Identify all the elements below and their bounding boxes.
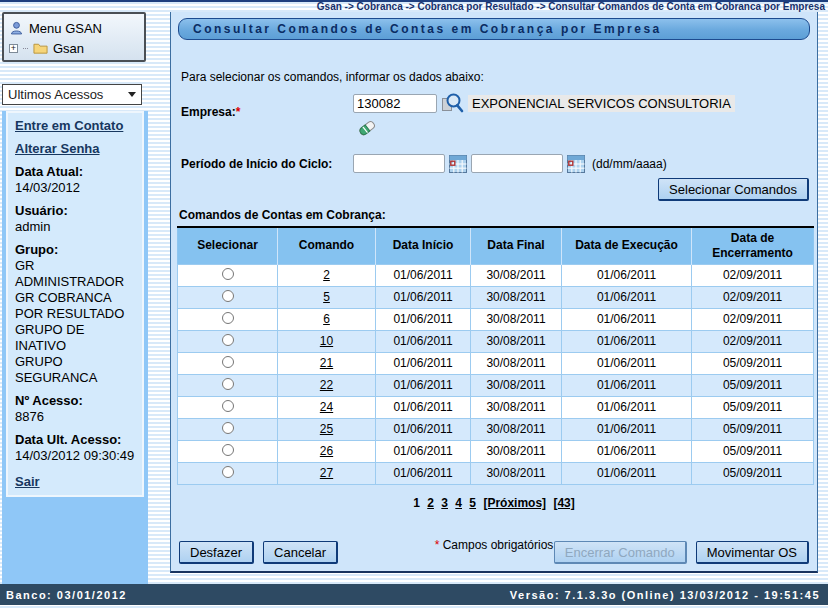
user-icon [9, 21, 24, 36]
search-icon[interactable] [441, 92, 464, 115]
cell-data-final: 30/08/2011 [471, 352, 562, 374]
folder-icon [33, 42, 48, 54]
comando-link[interactable]: 21 [320, 356, 333, 370]
cell-data-encerramento: 05/09/2011 [692, 352, 814, 374]
form-instructions: Para selecionar os comandos, informar os… [181, 70, 484, 84]
periodo-label: Período de Início do Ciclo: [181, 157, 353, 171]
data-ult-acesso-label: Data Ult. Acesso: [15, 432, 135, 448]
menu-gsan-label: Menu GSAN [29, 21, 102, 36]
ultimos-acessos-dropdown[interactable]: Ultimos Acessos [2, 84, 142, 105]
cell-data-inicio: 01/06/2011 [376, 462, 471, 484]
num-acesso-label: Nº Acesso: [15, 393, 135, 409]
eraser-icon[interactable] [357, 117, 378, 138]
breadcrumb: Gsan -> Cobranca -> Cobranca por Resulta… [317, 1, 825, 12]
menu-gsan-box: Menu GSAN + Gsan [2, 12, 146, 62]
comando-link[interactable]: 5 [323, 290, 330, 304]
cell-data-encerramento: 02/09/2011 [692, 286, 814, 308]
empresa-label: Empresa:* [181, 92, 353, 142]
cancelar-button[interactable]: Cancelar [263, 541, 338, 564]
periodo-inicio-input[interactable] [353, 154, 445, 173]
link-alterar-senha[interactable]: Alterar Senha [15, 141, 100, 157]
table-row: 21 01/06/2011 30/08/2011 01/06/2011 05/0… [178, 352, 814, 374]
cell-data-inicio: 01/06/2011 [376, 286, 471, 308]
comando-link[interactable]: 22 [320, 378, 333, 392]
cell-data-execucao: 01/06/2011 [562, 264, 692, 286]
desfazer-button[interactable]: Desfazer [179, 541, 254, 564]
cell-data-execucao: 01/06/2011 [562, 286, 692, 308]
header-data-inicio: Data Início [376, 227, 471, 264]
link-sair[interactable]: Sair [15, 474, 40, 490]
table-row: 25 01/06/2011 30/08/2011 01/06/2011 05/0… [178, 418, 814, 440]
table-row: 5 01/06/2011 30/08/2011 01/06/2011 02/09… [178, 286, 814, 308]
row-select-radio[interactable] [222, 422, 234, 434]
encerrar-comando-button[interactable]: Encerrar Comando [554, 541, 687, 564]
row-select-radio[interactable] [222, 356, 234, 368]
table-caption: Comandos de Contas em Cobrança: [179, 208, 386, 222]
menu-gsan-item[interactable]: Menu GSAN [9, 18, 139, 38]
comando-link[interactable]: 26 [320, 444, 333, 458]
comando-link[interactable]: 25 [320, 422, 333, 436]
table-row: 6 01/06/2011 30/08/2011 01/06/2011 02/09… [178, 308, 814, 330]
grupo-label: Grupo: [15, 242, 135, 258]
movimentar-os-button[interactable]: Movimentar OS [696, 541, 809, 564]
pagination-page-link[interactable]: 5 [469, 496, 476, 510]
cell-data-final: 30/08/2011 [471, 374, 562, 396]
tree-connector [23, 48, 28, 49]
selecionar-comandos-button[interactable]: Selecionar Comandos [658, 178, 809, 201]
comando-link[interactable]: 6 [323, 312, 330, 326]
pagination-last-link[interactable]: [43] [553, 496, 574, 510]
header-data-encerramento: Data de Encerramento [692, 227, 814, 264]
cell-data-encerramento: 02/09/2011 [692, 330, 814, 352]
cell-data-final: 30/08/2011 [471, 396, 562, 418]
pagination-page-link[interactable]: 3 [441, 496, 448, 510]
calendar-icon[interactable] [567, 155, 585, 173]
cell-data-encerramento: 05/09/2011 [692, 374, 814, 396]
empresa-name-display: EXPONENCIAL SERVICOS CONSULTORIA [468, 95, 735, 112]
cell-data-execucao: 01/06/2011 [562, 330, 692, 352]
table-row: 10 01/06/2011 30/08/2011 01/06/2011 02/0… [178, 330, 814, 352]
row-select-radio[interactable] [222, 290, 234, 302]
cell-data-final: 30/08/2011 [471, 462, 562, 484]
header-comando: Comando [278, 227, 376, 264]
row-select-radio[interactable] [222, 378, 234, 390]
cell-data-execucao: 01/06/2011 [562, 352, 692, 374]
pagination-page-link[interactable]: 2 [427, 496, 434, 510]
cell-data-execucao: 01/06/2011 [562, 396, 692, 418]
header-selecionar: Selecionar [178, 227, 278, 264]
cell-data-final: 30/08/2011 [471, 330, 562, 352]
row-select-radio[interactable] [222, 466, 234, 478]
comando-link[interactable]: 27 [320, 466, 333, 480]
header-data-final: Data Final [471, 227, 562, 264]
grupo-item: GR ADMINISTRADOR [15, 258, 135, 290]
main-panel: Consultar Comandos de Contas em Cobrança… [170, 12, 818, 573]
tree-expander-icon[interactable]: + [9, 44, 18, 53]
link-entre-em-contato[interactable]: Entre em Contato [15, 118, 123, 134]
row-select-radio[interactable] [222, 312, 234, 324]
row-select-radio[interactable] [222, 400, 234, 412]
cell-data-execucao: 01/06/2011 [562, 418, 692, 440]
comando-link[interactable]: 24 [320, 400, 333, 414]
grupo-item: GRUPO SEGURANCA [15, 354, 135, 386]
empresa-input[interactable] [353, 94, 437, 113]
table-header-row: Selecionar Comando Data Início Data Fina… [178, 227, 814, 264]
row-select-radio[interactable] [222, 334, 234, 346]
cell-data-encerramento: 02/09/2011 [692, 264, 814, 286]
header-data-execucao: Data de Execução [562, 227, 692, 264]
table-row: 2 01/06/2011 30/08/2011 01/06/2011 02/09… [178, 264, 814, 286]
calendar-icon[interactable] [449, 155, 467, 173]
row-select-radio[interactable] [222, 444, 234, 456]
pagination-next-link[interactable]: [Próximos] [483, 496, 546, 510]
page-title: Consultar Comandos de Contas em Cobrança… [178, 18, 810, 40]
cell-data-encerramento: 02/09/2011 [692, 308, 814, 330]
periodo-fim-input[interactable] [471, 154, 563, 173]
tree-item-gsan[interactable]: Gsan [53, 41, 84, 56]
table-row: 22 01/06/2011 30/08/2011 01/06/2011 05/0… [178, 374, 814, 396]
cell-data-encerramento: 05/09/2011 [692, 396, 814, 418]
pagination-page-link[interactable]: 4 [455, 496, 462, 510]
data-ult-acesso-value: 14/03/2012 09:30:49 [15, 448, 135, 464]
grupo-item: GRUPO DE INATIVO [15, 322, 135, 354]
comando-link[interactable]: 2 [323, 268, 330, 282]
usuario-label: Usuário: [15, 203, 135, 219]
comando-link[interactable]: 10 [320, 334, 333, 348]
row-select-radio[interactable] [222, 268, 234, 280]
